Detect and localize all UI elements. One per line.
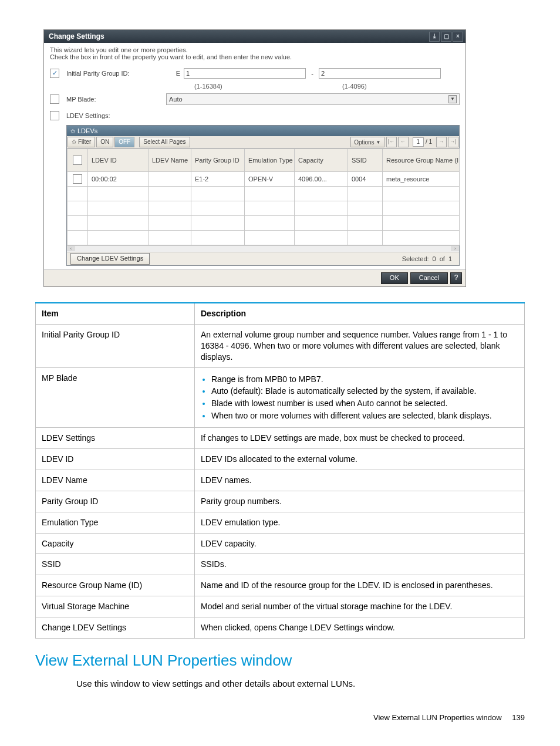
checkbox-ldev-settings[interactable] [50,111,59,120]
desc-item: LDEV Name [36,470,195,491]
desc-item: LDEV ID [36,449,195,470]
col-capacity[interactable]: Capacity [295,149,348,172]
footer-text: View External LUN Properties window [373,713,502,722]
desc-description: LDEV emulation type. [195,512,525,533]
col-parity-group-id[interactable]: Parity Group ID [191,149,245,172]
desc-row: LDEV IDLDEV IDs allocated to the externa… [36,449,525,470]
desc-item: Initial Parity Group ID [36,324,195,367]
range1-hint: (1-16384) [194,83,222,90]
input-parity-group-2[interactable]: 2 [319,68,441,79]
desc-description: If changes to LDEV settings are made, bo… [195,428,525,449]
desc-item: MP Blade [36,367,195,428]
col-ldev-name[interactable]: LDEV Name [149,149,191,172]
desc-head-desc: Description [195,303,525,324]
cancel-button[interactable]: Cancel [410,272,448,284]
input-parity-group-1[interactable]: 1 [184,68,306,79]
help-line-1: This wizard lets you edit one or more pr… [50,46,460,53]
checkbox-select-all[interactable] [73,156,82,165]
table-row [68,201,460,216]
dialog-titlebar: Change Settings ⤓ ▢ × [44,30,465,43]
desc-item: LDEV Settings [36,428,195,449]
desc-description: An external volume group number and sequ… [195,324,525,367]
desc-row: Resource Group Name (ID)Name and ID of t… [36,575,525,596]
col-ssid[interactable]: SSID [348,149,383,172]
page-footer: View External LUN Properties window 139 [35,713,525,722]
label-initial-parity-group: Initial Parity Group ID: [66,70,166,77]
close-icon[interactable]: × [453,32,463,42]
cell-ssid: 0004 [348,172,383,187]
table-row [68,216,460,231]
desc-description: Name and ID of the resource group for th… [195,575,525,596]
desc-description: Model and serial number of the virtual s… [195,596,525,617]
filter-button[interactable]: ✩Filter [68,137,95,147]
ok-button[interactable]: OK [381,272,408,284]
desc-row: CapacityLDEV capacity. [36,533,525,554]
filter-on-button[interactable]: ON [96,137,113,147]
selected-count: 0 [429,255,440,262]
col-emulation-type[interactable]: Emulation Type [245,149,295,172]
desc-row: Virtual Storage MachineModel and serial … [36,596,525,617]
help-line-2: Check the box in front of the property y… [50,53,460,60]
col-ldev-id[interactable]: LDEV ID [88,149,149,172]
desc-row: SSIDSSIDs. [36,554,525,575]
desc-description: When clicked, opens Change LDEV Settings… [195,617,525,639]
panel-toolbar: ✩Filter ON OFF Select All Pages Options … [67,136,459,148]
cell-resource-group: meta_resource [383,172,460,187]
ldevs-panel: ✩ LDEVs ✩Filter ON OFF Select All Pages … [66,125,460,266]
row-checkbox[interactable] [73,174,82,184]
page-number: 139 [512,713,525,722]
desc-description: LDEV capacity. [195,533,525,554]
last-page-button[interactable]: →| [448,137,458,147]
checkbox-initial-parity-group[interactable] [50,69,59,78]
label-mp-blade: MP Blade: [66,96,166,103]
dash-separator: - [306,70,319,77]
label-ldev-settings: LDEV Settings: [66,112,166,119]
desc-head-item: Item [36,303,195,324]
pin-icon[interactable]: ⤓ [429,32,440,42]
table-row[interactable]: 00:00:02 E1-2 OPEN-V 4096.00... 0004 met… [68,172,460,187]
help-button[interactable]: ? [450,272,462,284]
desc-item: SSID [36,554,195,575]
total-count: 1 [445,255,456,262]
chevron-down-icon: ▼ [448,95,457,103]
cell-capacity: 4096.00... [295,172,348,187]
first-page-button[interactable]: |← [386,137,397,147]
desc-row: LDEV NameLDEV names. [36,470,525,491]
options-button[interactable]: Options ▼ [350,137,384,147]
next-page-button[interactable]: → [436,137,447,147]
desc-row: Initial Parity Group IDAn external volum… [36,324,525,367]
table-header-row: LDEV ID LDEV Name Parity Group ID Emulat… [68,149,460,172]
desc-description: Parity group numbers. [195,491,525,512]
collapse-icon[interactable]: ✩ [70,128,75,134]
select-all-pages-button[interactable]: Select All Pages [139,137,190,147]
checkbox-mp-blade[interactable] [50,94,59,104]
horizontal-scrollbar[interactable]: ‹› [67,245,459,252]
section-text: Use this window to view settings and oth… [76,679,525,688]
of-label: of [440,255,445,262]
col-resource-group[interactable]: Resource Group Name (ID) [383,149,460,172]
desc-row: Emulation TypeLDEV emulation type. [36,512,525,533]
cell-ldev-id: 00:00:02 [88,172,149,187]
cell-parity-group: E1-2 [191,172,245,187]
desc-item: Change LDEV Settings [36,617,195,639]
page-number-input[interactable]: 1 [413,137,424,147]
desc-description: SSIDs. [195,554,525,575]
table-row [68,231,460,245]
dialog-help-text: This wizard lets you edit one or more pr… [44,43,465,63]
panel-title: LDEVs [77,127,97,134]
table-row [68,187,460,201]
cell-ldev-name [149,172,191,187]
filter-off-button[interactable]: OFF [114,137,134,147]
prev-page-button[interactable]: ← [398,137,409,147]
cell-emulation: OPEN-V [245,172,295,187]
desc-row: Parity Group IDParity group numbers. [36,491,525,512]
dialog-title: Change Settings [49,32,429,40]
maximize-icon[interactable]: ▢ [441,32,451,42]
dropdown-mp-blade[interactable]: Auto ▼ [166,93,460,105]
change-ldev-settings-button[interactable]: Change LDEV Settings [70,253,150,265]
change-settings-dialog: Change Settings ⤓ ▢ × This wizard lets y… [43,29,466,287]
desc-item: Virtual Storage Machine [36,596,195,617]
desc-item: Parity Group ID [36,491,195,512]
desc-item: Emulation Type [36,512,195,533]
range2-hint: (1-4096) [342,83,367,90]
